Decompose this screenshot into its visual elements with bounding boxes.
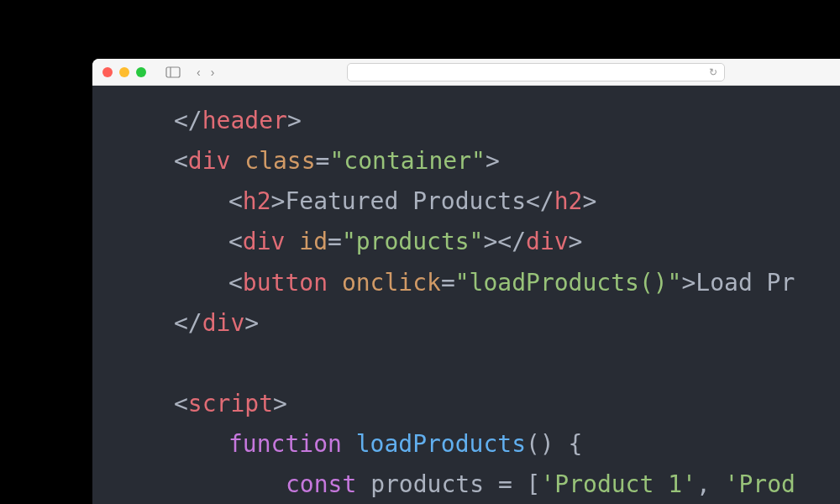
code-token-text <box>285 228 299 255</box>
code-line: <h2>Featured Products</h2> <box>92 181 840 222</box>
back-button[interactable]: ‹ <box>197 66 201 79</box>
code-token-angle: > <box>486 147 500 175</box>
address-bar[interactable]: ↻ <box>347 63 725 81</box>
code-line: <script> <box>92 384 840 424</box>
code-token-operator: = <box>441 269 455 297</box>
code-token-text <box>342 430 356 458</box>
svg-rect-0 <box>166 67 180 77</box>
code-token-text <box>328 269 342 297</box>
code-token-angle: < <box>228 228 243 255</box>
code-token-angle: < <box>228 269 243 297</box>
code-line: </div> <box>92 303 840 344</box>
code-token-tag: div <box>243 228 286 255</box>
code-token-tag: div <box>526 228 569 255</box>
code-token-angle: > <box>681 269 696 297</box>
code-token-angle: </ <box>174 309 202 337</box>
code-token-angle: > <box>287 107 302 134</box>
code-token-text <box>484 470 498 498</box>
code-token-angle: > <box>244 309 259 337</box>
code-line: <div id="products"></div> <box>92 222 840 262</box>
code-line: </header> <box>92 101 840 141</box>
reload-icon[interactable]: ↻ <box>709 66 717 78</box>
code-token-tag: div <box>202 309 245 337</box>
code-editor[interactable]: </header><div class="container"><h2>Feat… <box>92 86 840 504</box>
code-token-string: 'Product 1' <box>540 470 696 498</box>
minimize-window-button[interactable] <box>119 67 129 77</box>
code-token-string: 'Prod <box>725 470 795 498</box>
code-token-angle: > <box>273 390 287 417</box>
code-line: const products = ['Product 1', 'Prod <box>92 465 840 504</box>
code-token-string: "container" <box>329 147 485 175</box>
sidebar-toggle-button[interactable] <box>161 65 185 80</box>
navigation-arrows: ‹ › <box>197 66 214 79</box>
code-token-angle: ></ <box>483 228 526 255</box>
code-token-attr: class <box>244 147 315 175</box>
code-token-text <box>230 147 244 175</box>
code-line: <div class="container"> <box>92 141 840 181</box>
code-token-const-kw: const <box>286 470 356 498</box>
code-token-angle: < <box>174 390 188 417</box>
code-line: function loadProducts() { <box>92 424 840 465</box>
browser-toolbar: ‹ › ↻ <box>92 59 840 86</box>
code-token-angle: > <box>569 228 583 255</box>
code-token-tag: div <box>188 147 231 175</box>
code-token-text <box>128 349 142 377</box>
code-token-angle: > <box>271 187 286 215</box>
code-line: <button onclick="loadProducts()">Load Pr <box>92 263 840 303</box>
code-token-paren: () { <box>526 430 582 458</box>
code-token-text <box>512 470 527 498</box>
code-token-func-name: loadProducts <box>356 430 526 458</box>
window-controls <box>102 67 146 77</box>
code-token-string: "loadProducts()" <box>455 269 682 297</box>
code-token-var-name: products <box>370 470 484 498</box>
close-window-button[interactable] <box>102 67 113 77</box>
code-token-operator: = <box>316 147 330 175</box>
forward-button[interactable]: › <box>211 66 215 79</box>
code-token-paren: [ <box>527 470 541 498</box>
code-line <box>92 344 840 384</box>
code-token-operator: = <box>328 228 342 255</box>
code-token-tag: header <box>202 107 287 134</box>
code-token-text <box>356 470 370 498</box>
code-token-tag: h2 <box>243 187 271 215</box>
code-token-tag: button <box>243 269 328 297</box>
code-token-attr: id <box>299 228 328 255</box>
code-token-attr: onclick <box>342 269 441 297</box>
code-token-keyword: function <box>228 430 342 458</box>
code-token-tag: h2 <box>554 187 583 215</box>
browser-window: ‹ › ↻ </header><div class="container"><h… <box>92 59 840 504</box>
code-token-angle: < <box>174 147 188 175</box>
code-token-angle: > <box>582 187 596 215</box>
code-token-operator: = <box>498 470 512 498</box>
code-token-angle: < <box>228 187 243 215</box>
code-token-paren: , <box>696 470 725 498</box>
code-token-angle: </ <box>174 107 202 134</box>
code-token-tag: script <box>188 390 273 417</box>
code-token-angle: </ <box>526 187 554 215</box>
code-token-text: Load Pr <box>696 269 795 297</box>
maximize-window-button[interactable] <box>136 67 146 77</box>
code-token-text: Featured Products <box>285 187 526 215</box>
code-token-string: "products" <box>342 228 484 255</box>
